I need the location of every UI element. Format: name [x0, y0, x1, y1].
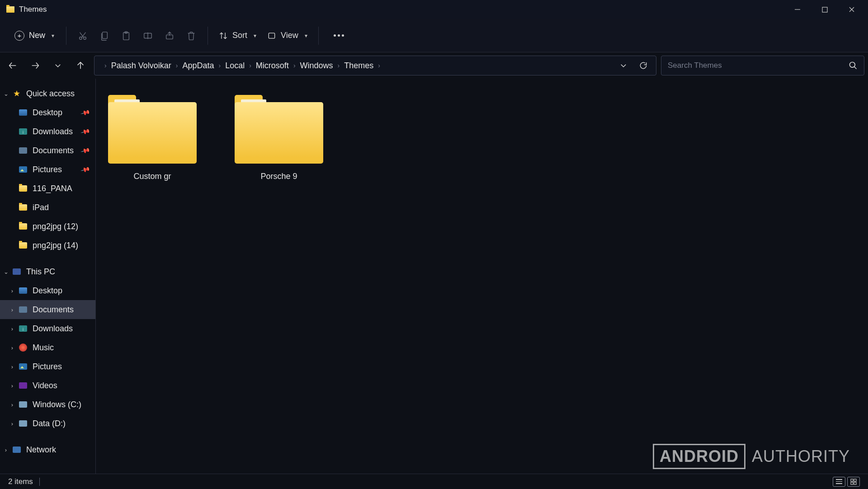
sidebar-item[interactable]: ›Pictures📌	[0, 160, 95, 179]
folder-item[interactable]: Custom gr	[105, 92, 200, 184]
folder-item[interactable]: Porsche 9	[231, 92, 326, 184]
icons-view-button[interactable]	[847, 477, 860, 487]
item-icon	[19, 166, 27, 173]
chevron-right-icon[interactable]: ›	[6, 401, 18, 408]
folder-label: Porsche 9	[260, 172, 297, 181]
new-button[interactable]: + New ▾	[8, 26, 61, 45]
view-icon	[267, 31, 276, 40]
watermark-boxed: ANDROID	[653, 444, 745, 469]
search-box[interactable]	[661, 56, 864, 75]
chevron-right-icon: ›	[217, 62, 222, 69]
sidebar-item-label: Data (D:)	[33, 419, 92, 428]
share-button[interactable]	[159, 25, 180, 47]
plus-circle-icon: +	[14, 31, 24, 41]
chevron-down-icon: ▾	[305, 33, 307, 39]
more-button[interactable]	[324, 25, 346, 47]
sidebar-item-label: Pictures	[33, 165, 81, 174]
sidebar-item[interactable]: ›Music	[0, 338, 95, 357]
network-label: Network	[26, 445, 92, 455]
sidebar-item-label: Music	[33, 343, 92, 353]
breadcrumb-segment[interactable]: Windows	[297, 58, 337, 73]
copy-icon	[100, 31, 109, 41]
back-button[interactable]	[4, 56, 22, 75]
sidebar-item-label: Desktop	[33, 286, 92, 296]
sidebar-item[interactable]: ›png2jpg (12)	[0, 217, 95, 236]
chevron-right-icon[interactable]: ›	[6, 363, 18, 370]
breadcrumb-segment[interactable]: Palash Volvoikar	[108, 58, 175, 73]
status-bar: 2 items	[0, 474, 868, 489]
chevron-right-icon[interactable]: ›	[6, 306, 18, 313]
svg-rect-12	[851, 482, 853, 484]
close-button[interactable]	[838, 0, 865, 19]
this-pc-header[interactable]: ⌄ This PC	[0, 262, 95, 281]
up-button[interactable]	[71, 56, 90, 75]
sidebar-item[interactable]: ›Documents	[0, 300, 95, 319]
cut-button[interactable]	[72, 25, 94, 47]
address-dropdown-button[interactable]	[614, 56, 632, 75]
share-icon	[165, 31, 175, 41]
sidebar-item[interactable]: ›Desktop	[0, 281, 95, 300]
arrow-left-icon	[8, 61, 18, 71]
chevron-down-icon: ▾	[52, 33, 54, 39]
breadcrumb-segment[interactable]: Local	[222, 58, 248, 73]
recent-button[interactable]	[49, 56, 67, 75]
sidebar-item[interactable]: ›Windows (C:)	[0, 395, 95, 414]
paste-icon	[122, 31, 131, 41]
maximize-button[interactable]	[811, 0, 838, 19]
svg-rect-13	[854, 482, 856, 484]
sort-button[interactable]: Sort ▾	[213, 26, 262, 45]
copy-button[interactable]	[94, 25, 115, 47]
svg-rect-3	[102, 32, 107, 38]
item-icon	[19, 287, 27, 294]
sidebar-item[interactable]: ›Videos	[0, 376, 95, 395]
pin-icon: 📌	[80, 165, 90, 174]
navigation-sidebar[interactable]: ⌄ ★ Quick access ›Desktop📌›Downloads📌›Do…	[0, 79, 96, 474]
item-icon	[19, 420, 27, 427]
sidebar-item[interactable]: ›Downloads	[0, 319, 95, 338]
item-icon	[19, 204, 27, 211]
sidebar-item[interactable]: ›Data (D:)	[0, 414, 95, 433]
breadcrumb-segment[interactable]: Themes	[340, 58, 377, 73]
refresh-button[interactable]	[634, 56, 652, 75]
chevron-right-icon[interactable]: ›	[6, 420, 18, 427]
chevron-right-icon: ›	[248, 62, 252, 69]
sidebar-item[interactable]: ›Downloads📌	[0, 122, 95, 141]
minimize-button[interactable]	[784, 0, 811, 19]
folder-label: Custom gr	[133, 172, 171, 181]
quick-access-label: Quick access	[26, 89, 92, 99]
sidebar-item[interactable]: ›png2jpg (14)	[0, 236, 95, 255]
search-input[interactable]	[668, 61, 849, 70]
chevron-right-icon[interactable]: ›	[6, 344, 18, 351]
sidebar-item[interactable]: ›iPad	[0, 198, 95, 217]
chevron-right-icon[interactable]: ›	[6, 325, 18, 332]
quick-access-header[interactable]: ⌄ ★ Quick access	[0, 84, 95, 103]
breadcrumb-segment[interactable]: AppData	[179, 58, 217, 73]
network-header[interactable]: › Network	[0, 440, 95, 459]
this-pc-label: This PC	[26, 267, 92, 277]
network-icon	[13, 447, 21, 453]
delete-button[interactable]	[180, 25, 202, 47]
sidebar-item[interactable]: ›Pictures	[0, 357, 95, 376]
breadcrumb-segment[interactable]: Microsoft	[252, 58, 292, 73]
forward-button[interactable]	[26, 56, 44, 75]
chevron-right-icon: ›	[377, 62, 381, 69]
paste-button[interactable]	[115, 25, 137, 47]
status-divider	[39, 478, 40, 486]
chevron-down-icon[interactable]: ⌄	[0, 268, 12, 275]
address-row: › Palash Volvoikar›AppData›Local›Microso…	[0, 52, 868, 79]
view-button[interactable]: View ▾	[262, 26, 313, 45]
chevron-right-icon[interactable]: ›	[6, 287, 18, 294]
sidebar-item[interactable]: ›116_PANA	[0, 179, 95, 198]
sidebar-item[interactable]: ›Documents📌	[0, 141, 95, 160]
breadcrumb-bar[interactable]: › Palash Volvoikar›AppData›Local›Microso…	[94, 56, 656, 75]
chevron-right-icon[interactable]: ›	[0, 447, 12, 453]
rename-button[interactable]	[137, 25, 159, 47]
svg-point-1	[80, 37, 82, 39]
folder-icon	[108, 95, 197, 164]
file-list-pane[interactable]: Custom grPorsche 9 ANDROID AUTHORITY	[96, 79, 868, 474]
window-controls	[784, 0, 865, 19]
chevron-right-icon[interactable]: ›	[6, 382, 18, 389]
sidebar-item[interactable]: ›Desktop📌	[0, 103, 95, 122]
details-view-button[interactable]	[833, 477, 845, 487]
chevron-down-icon[interactable]: ⌄	[0, 90, 12, 97]
